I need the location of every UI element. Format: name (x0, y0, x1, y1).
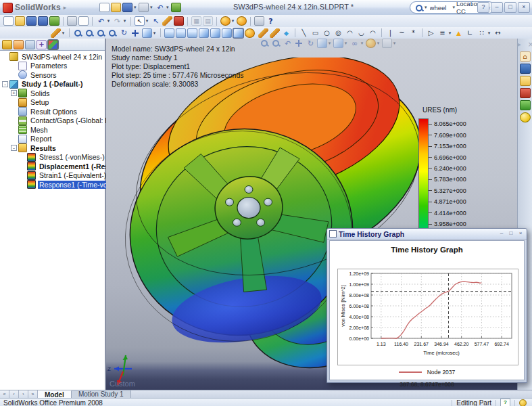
featuremanager-tab-icon[interactable] (2, 40, 12, 49)
rotate-view-icon[interactable]: ↻ (119, 28, 129, 38)
tree-item-label[interactable]: Solids (29, 89, 51, 97)
help-button[interactable]: ? (477, 2, 489, 13)
collapse-icon[interactable]: - (11, 145, 17, 151)
tree-item[interactable]: -Study 1 (-Default-) (0, 80, 105, 89)
tree-item[interactable]: Stress1 (-vonMises-) (0, 153, 105, 162)
tree-item-label[interactable]: Mesh (29, 126, 49, 134)
undo-icon-dropdown[interactable]: ▾ (165, 3, 170, 12)
zoom-in-out-icon[interactable] (96, 28, 106, 38)
tree-item[interactable]: Contact/Gaps (-Global: Bonded-) (0, 116, 105, 126)
standard-views-icon[interactable] (142, 28, 152, 38)
drawings-icon[interactable] (520, 100, 531, 110)
tree-item[interactable]: Displacement1 (-Res disp-) (0, 162, 105, 171)
tree-item-label[interactable]: Strain1 (-Equivalent-) (38, 171, 107, 179)
search-input[interactable] (429, 3, 452, 12)
new-document-icon[interactable] (3, 16, 14, 26)
minimize-button[interactable]: – (491, 2, 503, 13)
custom-properties-icon[interactable] (520, 112, 531, 122)
tree-item[interactable]: Response1 (-Time-von Mises-) (0, 180, 105, 189)
rectangle-icon[interactable]: ▭ (310, 28, 320, 38)
appearance-icon[interactable] (237, 16, 247, 26)
sketch-check-icon[interactable] (162, 16, 172, 26)
print-icon[interactable] (139, 3, 149, 12)
undo-icon[interactable]: ↶ (155, 3, 165, 12)
tree-item[interactable]: Parameters (0, 62, 105, 71)
centerpoint-arc-icon[interactable]: ◠ (345, 28, 355, 38)
print-icon[interactable] (67, 16, 77, 26)
dimxpertmanager-tab-icon[interactable]: + (37, 40, 47, 49)
perimeter-circle-icon[interactable]: ◎ (333, 28, 343, 38)
tree-item[interactable]: Strain1 (-Equivalent-) (0, 171, 105, 181)
trim-entities-icon[interactable]: ▲ (454, 28, 464, 38)
configurationmanager-tab-icon[interactable] (25, 40, 35, 49)
save-icon-dropdown[interactable]: ▾ (132, 3, 137, 12)
tree-item[interactable]: Result Options (0, 107, 105, 116)
select-other-icon[interactable]: ↖ (151, 16, 161, 26)
display-style-icon-dropdown[interactable]: ▾ (343, 39, 348, 48)
linear-pattern-icon-dropdown[interactable]: ▾ (487, 28, 491, 38)
simulation-tab-icon[interactable] (48, 40, 58, 49)
tree-item-label[interactable]: Study 1 (-Default-) (20, 80, 84, 88)
save-icon[interactable] (122, 3, 132, 12)
hide-show-items-icon[interactable]: ∞ (349, 39, 360, 48)
tree-item-label[interactable]: Sensors (29, 71, 58, 79)
hide-show-items-icon-dropdown[interactable]: ▾ (360, 39, 364, 48)
collapse-icon[interactable]: - (2, 81, 8, 87)
view-orientation-icon-dropdown[interactable]: ▾ (327, 39, 332, 48)
graph-minimize-button[interactable]: – (498, 230, 506, 238)
select-icon-dropdown[interactable]: ▾ (145, 16, 149, 26)
measure-icon[interactable] (174, 16, 184, 26)
view-orientation-icon[interactable] (317, 39, 327, 48)
search-icon[interactable] (414, 3, 422, 12)
print-icon-dropdown[interactable]: ▾ (149, 3, 153, 12)
smart-dimension-icon[interactable]: ◆ (281, 28, 291, 38)
3d-sketch-icon[interactable] (270, 28, 280, 38)
save-all-icon[interactable] (38, 16, 48, 26)
file-explorer-icon[interactable] (520, 76, 531, 86)
offset-entities-icon[interactable]: ≡ (437, 28, 448, 38)
sketch-pencil-icon[interactable] (258, 28, 268, 38)
propertymanager-tab-icon[interactable] (14, 40, 24, 49)
redo-icon-dropdown[interactable]: ▾ (122, 16, 127, 26)
zoom-selection-icon[interactable] (107, 28, 118, 38)
display-style-icon[interactable] (333, 39, 343, 48)
scene-icon[interactable] (382, 39, 392, 48)
tree-item-label[interactable]: Report (29, 135, 53, 143)
appearances-icon-dropdown[interactable]: ▾ (376, 39, 381, 48)
shaded-view-icon[interactable] (245, 28, 255, 38)
view-right-icon[interactable] (199, 28, 209, 38)
table-icon[interactable]: ▤ (203, 16, 213, 26)
time-history-graph-window[interactable]: Time History Graph – □ × Time History Gr… (327, 228, 527, 383)
tree-item[interactable]: Mesh (0, 125, 105, 135)
solidworks-resources-icon[interactable]: ⌂ (520, 51, 531, 62)
tree-item-label[interactable]: Stress1 (-vonMises-) (38, 153, 106, 161)
tree-item-label[interactable]: SW3dPS-wheel 24 x 12in (20, 53, 103, 61)
tree-item[interactable]: Setup (0, 98, 105, 108)
convert-entities-icon[interactable]: ∟ (465, 28, 475, 38)
location-dropdown-icon[interactable]: ▾ (453, 5, 456, 10)
view-back-icon[interactable] (176, 28, 186, 38)
tree-item[interactable]: Report (0, 135, 105, 144)
zoom-fit-icon[interactable] (73, 28, 83, 38)
tangent-arc-icon[interactable]: ◡ (356, 28, 366, 38)
circle-icon[interactable]: ○ (322, 28, 332, 38)
view-top-icon[interactable] (210, 28, 220, 38)
dimension-style-icon[interactable] (220, 16, 231, 26)
tree-item[interactable]: SW3dPS-wheel 24 x 12in (0, 52, 105, 62)
pan-icon[interactable] (130, 28, 141, 38)
view-left-icon[interactable] (187, 28, 197, 38)
centerline-icon[interactable]: | (385, 28, 395, 38)
sketch-icon[interactable] (51, 28, 61, 38)
tree-item-label[interactable]: Result Options (29, 108, 78, 116)
quick-tips-icon[interactable]: ? (500, 399, 510, 406)
new-document-icon[interactable] (99, 3, 110, 12)
move-entities-icon[interactable]: ↔ (493, 28, 503, 38)
help-icon[interactable]: ? (266, 16, 276, 26)
maximize-button[interactable]: □ (504, 2, 516, 13)
toolbox-icon[interactable] (520, 88, 531, 98)
standard-views-icon-dropdown[interactable]: ▾ (152, 28, 157, 38)
tree-item[interactable]: -Results (0, 143, 105, 153)
3point-arc-icon[interactable]: ◠ (368, 28, 378, 38)
dimension-style-icon-dropdown[interactable]: ▾ (231, 16, 235, 26)
sketch-icon-dropdown[interactable]: ▾ (61, 28, 66, 38)
